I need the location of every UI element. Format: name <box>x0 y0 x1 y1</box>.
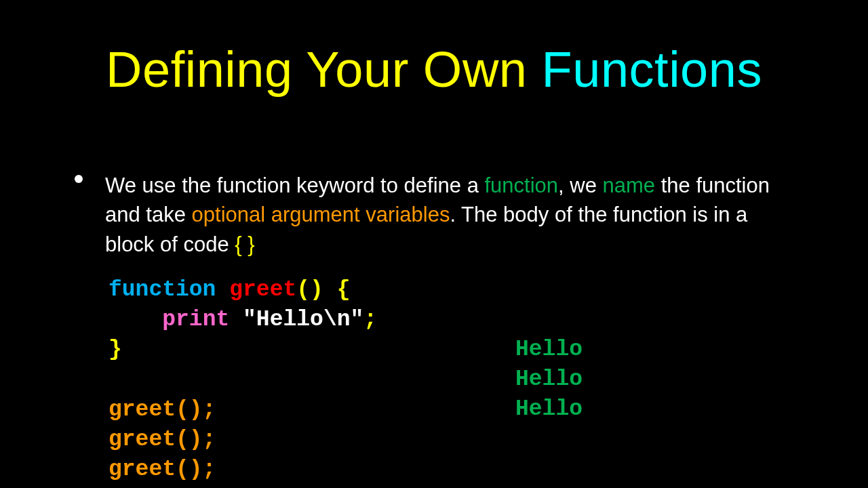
bullet-icon <box>75 175 83 183</box>
output-line-1: Hello <box>515 337 583 362</box>
code-brace-open: { <box>337 277 351 302</box>
slide: Defining Your Own Functions We use the f… <box>0 0 868 488</box>
code-call-3: greet(); <box>108 457 216 482</box>
code-keyword: function <box>108 277 216 302</box>
code-space <box>229 307 243 332</box>
code-brace-close: } <box>108 337 122 362</box>
title-part-cyan: Functions <box>542 41 762 98</box>
title-part-yellow: Defining Your Own <box>106 41 542 98</box>
code-space <box>216 277 229 302</box>
para-text: We use the function keyword to define a <box>105 174 484 197</box>
para-highlight-name: name <box>603 174 656 197</box>
code-space <box>323 277 337 302</box>
code-call-2: greet(); <box>108 427 216 452</box>
slide-title: Defining Your Own Functions <box>0 41 868 98</box>
code-indent <box>108 307 162 332</box>
para-text: , we <box>558 174 602 197</box>
para-highlight-function: function <box>484 174 558 197</box>
body-paragraph: We use the function keyword to define a … <box>105 171 790 259</box>
para-highlight-braces: { } <box>235 232 254 256</box>
code-call-1: greet(); <box>108 397 216 422</box>
para-highlight-args: optional argument variables <box>192 203 450 226</box>
output-block: Hello Hello Hello <box>515 335 583 425</box>
output-line-3: Hello <box>515 396 583 422</box>
code-block: function greet() { print "Hello\n"; } gr… <box>108 275 377 485</box>
code-func-name: greet <box>229 277 296 302</box>
code-semi: ; <box>363 307 377 332</box>
code-print: print <box>162 307 229 332</box>
output-line-2: Hello <box>515 367 583 392</box>
code-string: "Hello\n" <box>243 307 363 332</box>
code-parens: () <box>296 277 323 302</box>
